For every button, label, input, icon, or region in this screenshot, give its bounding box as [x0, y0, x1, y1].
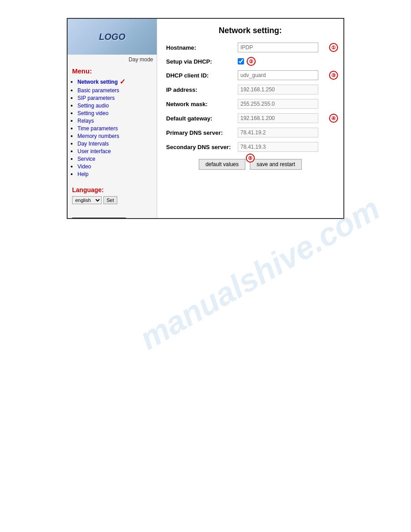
logo-text: LOGO — [99, 32, 125, 42]
circle-2: ② — [247, 57, 256, 66]
service-link[interactable]: Service — [77, 156, 95, 162]
save-restart-button[interactable]: save and restart — [250, 159, 302, 170]
secondary-dns-label: Secondary DNS server: — [166, 144, 238, 150]
sidebar-item-memory-numbers[interactable]: Memory numbers — [77, 133, 154, 139]
hostname-row: Hostname: ① — [166, 43, 334, 52]
secondary-dns-input[interactable] — [238, 142, 318, 152]
network-mask-row: Network mask: — [166, 99, 334, 109]
circle-1: ① — [329, 43, 338, 52]
sip-parameters-link[interactable]: SIP parameters — [77, 95, 115, 101]
dhcp-row: Setup via DHCP: ② — [166, 57, 334, 66]
memory-numbers-link[interactable]: Memory numbers — [77, 133, 119, 139]
sidebar: LOGO Day mode Menu: Network setting ✓ Ba… — [68, 19, 157, 218]
dhcp-input-wrapper: ② — [238, 57, 334, 66]
primary-dns-row: Primary DNS server: — [166, 128, 334, 137]
sidebar-item-service[interactable]: Service — [77, 155, 154, 162]
setting-audio-link[interactable]: Setting audio — [77, 103, 109, 109]
primary-dns-input[interactable] — [238, 128, 318, 137]
page-title: Network setting: — [166, 26, 334, 35]
network-setting-link[interactable]: Network setting — [77, 79, 118, 85]
sidebar-item-basic-parameters[interactable]: Basic parameters — [77, 87, 154, 94]
secondary-dns-row: Secondary DNS server: — [166, 142, 334, 152]
sidebar-item-time-parameters[interactable]: Time parameters — [77, 125, 154, 132]
sidebar-item-video[interactable]: Video — [77, 163, 154, 170]
sidebar-item-user-interface[interactable]: User interface — [77, 148, 154, 154]
set-language-button[interactable]: Set — [103, 196, 117, 204]
dhcp-checkbox-row: ② — [238, 57, 256, 66]
dhcp-client-id-wrapper: ③ — [238, 70, 334, 80]
sidebar-item-relays[interactable]: Relays — [77, 117, 154, 124]
sidebar-item-day-intervals[interactable]: Day Intervals — [77, 140, 154, 147]
hostname-input-wrapper: ① — [238, 43, 334, 52]
default-gateway-row: Default gateway: ④ — [166, 113, 334, 123]
language-section: Language: english русский deutsch Set — [68, 182, 157, 209]
network-mask-input[interactable] — [238, 99, 318, 109]
default-values-button[interactable]: default values — [199, 159, 245, 170]
setting-video-link[interactable]: Setting video — [77, 110, 108, 116]
sidebar-divider — [72, 218, 126, 218]
primary-dns-wrapper — [238, 128, 334, 137]
active-checkmark: ✓ — [120, 77, 125, 86]
user-interface-link[interactable]: User interface — [77, 148, 111, 154]
dhcp-client-id-row: DHCP client ID: ③ — [166, 70, 334, 80]
circle-4: ④ — [329, 114, 338, 123]
sidebar-item-setting-video[interactable]: Setting video — [77, 110, 154, 116]
sidebar-item-network-setting[interactable]: Network setting ✓ — [77, 77, 154, 86]
language-controls: english русский deutsch Set — [72, 196, 152, 204]
dhcp-client-id-input[interactable] — [238, 70, 318, 80]
logo-area: LOGO — [68, 19, 157, 55]
secondary-dns-wrapper — [238, 142, 334, 152]
relays-link[interactable]: Relays — [77, 118, 94, 124]
day-mode-label: Day mode — [68, 55, 157, 64]
circle-5: ⑤ — [246, 154, 255, 163]
network-mask-label: Network mask: — [166, 101, 238, 107]
menu-list: Network setting ✓ Basic parameters SIP p… — [68, 77, 157, 178]
main-container: LOGO Day mode Menu: Network setting ✓ Ba… — [67, 18, 344, 219]
ip-address-input[interactable] — [238, 85, 318, 94]
sidebar-item-help[interactable]: Help — [77, 171, 154, 177]
help-link[interactable]: Help — [77, 171, 89, 177]
day-intervals-link[interactable]: Day Intervals — [77, 141, 109, 147]
video-link[interactable]: Video — [77, 163, 91, 170]
primary-dns-label: Primary DNS server: — [166, 129, 238, 136]
dhcp-checkbox[interactable] — [238, 58, 244, 64]
language-select[interactable]: english русский deutsch — [72, 196, 102, 204]
network-mask-wrapper — [238, 99, 334, 109]
circle-3: ③ — [329, 71, 338, 80]
menu-title: Menu: — [68, 64, 157, 77]
basic-parameters-link[interactable]: Basic parameters — [77, 87, 119, 94]
content-area: Network setting: Hostname: ① Setup via D… — [157, 19, 343, 218]
default-gateway-wrapper: ④ — [238, 113, 334, 123]
language-title: Language: — [72, 186, 152, 193]
ip-address-wrapper — [238, 85, 334, 94]
default-gateway-label: Default gateway: — [166, 115, 238, 122]
hostname-label: Hostname: — [166, 44, 238, 51]
buttons-row: ⑤ default values save and restart — [166, 159, 334, 170]
time-parameters-link[interactable]: Time parameters — [77, 125, 118, 132]
sidebar-item-setting-audio[interactable]: Setting audio — [77, 102, 154, 109]
dhcp-label: Setup via DHCP: — [166, 58, 238, 65]
sidebar-item-sip-parameters[interactable]: SIP parameters — [77, 94, 154, 101]
ip-address-label: IP address: — [166, 86, 238, 93]
default-gateway-input[interactable] — [238, 113, 318, 123]
ip-address-row: IP address: — [166, 85, 334, 94]
hostname-input[interactable] — [238, 43, 318, 52]
dhcp-client-id-label: DHCP client ID: — [166, 72, 238, 79]
